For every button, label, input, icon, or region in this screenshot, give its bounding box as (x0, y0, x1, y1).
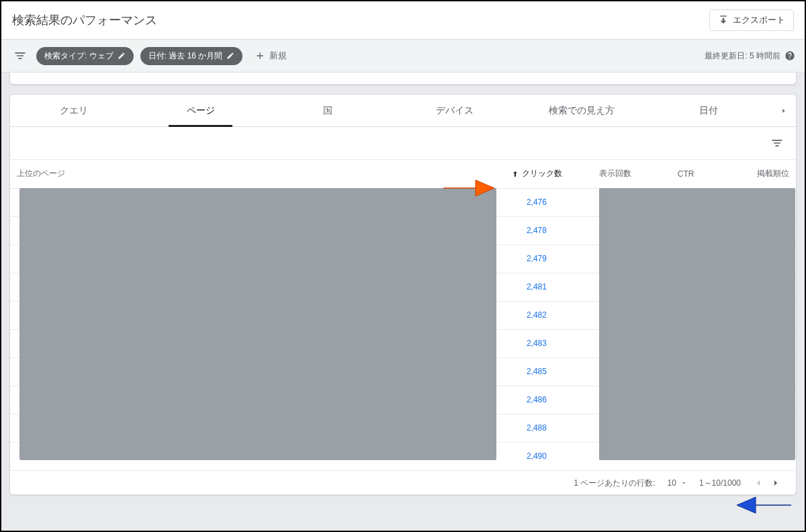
table-row[interactable]: 2,481 (10, 273, 796, 301)
tab-country[interactable]: 国 (264, 95, 391, 126)
table-row[interactable]: 2,485 (10, 357, 796, 386)
table-row[interactable]: 2,479 (10, 245, 796, 273)
pagination: 1 ページあたりの行数: 10 1～10/1000 (10, 471, 796, 494)
th-clicks-label: クリック数 (522, 168, 562, 179)
help-icon[interactable] (785, 50, 795, 61)
dimension-tabs: クエリ ページ 国 デバイス 検索での見え方 日付 (10, 95, 796, 127)
filter-icon[interactable] (11, 46, 30, 65)
tab-date[interactable]: 日付 (645, 95, 772, 126)
data-table: 上位のページ クリック数 表示回数 CTR 掲載順位 (10, 159, 796, 188)
page-title: 検索結果のパフォーマンス (12, 12, 157, 28)
clicks-value: 2,486 (527, 395, 547, 404)
chip-date-label: 日付: 過去 16 か月間 (148, 50, 223, 62)
tab-label: 国 (323, 105, 332, 117)
rows-per-page-label: 1 ページあたりの行数: (574, 478, 655, 489)
rows-per-page-value: 10 (668, 478, 676, 488)
th-impressions[interactable]: 表示回数 (576, 160, 654, 188)
table-row[interactable]: 2,478 (10, 216, 796, 245)
table-row[interactable]: 2,476 (10, 188, 796, 216)
th-page[interactable]: 上位のページ (10, 160, 497, 188)
data-table-body: 2,476 2,478 2,479 2,481 2,482 2,483 2,48… (10, 188, 796, 471)
pagination-range: 1～10/1000 (699, 478, 741, 489)
prev-page-button[interactable] (753, 478, 764, 488)
table-toolbar (10, 127, 796, 159)
dropdown-icon (680, 480, 687, 486)
clicks-value: 2,479 (527, 254, 547, 263)
pencil-icon (118, 52, 126, 60)
next-page-button[interactable] (770, 478, 781, 488)
table-row[interactable]: 2,486 (10, 386, 796, 414)
plus-icon (255, 50, 265, 61)
download-icon (718, 15, 729, 26)
table-wrapper: 上位のページ クリック数 表示回数 CTR 掲載順位 (10, 159, 796, 471)
clicks-value: 2,488 (527, 423, 547, 433)
tabs-next-button[interactable] (772, 95, 796, 126)
tab-label: ページ (187, 105, 215, 117)
clicks-value: 2,481 (527, 282, 547, 292)
chip-search-type-label: 検索タイプ: ウェブ (44, 50, 114, 62)
tab-label: 検索での見え方 (549, 105, 615, 117)
header: 検索結果のパフォーマンス エクスポート (1, 1, 805, 40)
tab-label: デバイス (436, 105, 474, 117)
th-position[interactable]: 掲載順位 (717, 160, 796, 188)
add-filter-button[interactable]: 新規 (249, 47, 292, 64)
table-header-row: 上位のページ クリック数 表示回数 CTR 掲載順位 (10, 160, 796, 188)
table-row[interactable]: 2,483 (10, 329, 796, 357)
table-row[interactable]: 2,490 (10, 442, 796, 470)
export-label: エクスポート (733, 14, 785, 26)
tab-search-appearance[interactable]: 検索での見え方 (518, 95, 645, 126)
last-updated-text: 最終更新日: 5 時間前 (705, 50, 780, 62)
clicks-value: 2,478 (527, 226, 547, 235)
table-row[interactable]: 2,482 (10, 301, 796, 329)
pencil-icon (226, 52, 234, 60)
clicks-value: 2,485 (527, 367, 547, 376)
chip-search-type[interactable]: 検索タイプ: ウェブ (36, 47, 134, 65)
tab-label: クエリ (60, 105, 88, 117)
tab-page[interactable]: ページ (137, 95, 264, 126)
filters-bar: 検索タイプ: ウェブ 日付: 過去 16 か月間 新規 最終更新日: 5 時間前 (1, 40, 805, 73)
th-clicks[interactable]: クリック数 (497, 160, 576, 188)
table-row[interactable]: 2,488 (10, 414, 796, 442)
clicks-value: 2,482 (527, 310, 547, 320)
last-updated: 最終更新日: 5 時間前 (705, 50, 795, 62)
clicks-value: 2,476 (527, 197, 547, 207)
chip-date-range[interactable]: 日付: 過去 16 か月間 (140, 47, 243, 65)
clicks-value: 2,483 (527, 339, 547, 348)
tab-device[interactable]: デバイス (391, 95, 518, 126)
sort-asc-icon (511, 170, 519, 178)
data-card: クエリ ページ 国 デバイス 検索での見え方 日付 (9, 94, 797, 495)
tab-query[interactable]: クエリ (10, 95, 137, 126)
rows-per-page-select[interactable]: 10 (668, 478, 687, 488)
add-filter-label: 新規 (269, 50, 287, 62)
content-area: クエリ ページ 国 デバイス 検索での見え方 日付 (1, 73, 805, 531)
chart-card-bottom (9, 73, 797, 85)
clicks-value: 2,490 (527, 451, 547, 461)
tab-label: 日付 (699, 105, 718, 117)
table-filter-icon[interactable] (768, 134, 787, 152)
export-button[interactable]: エクスポート (709, 9, 794, 31)
th-ctr[interactable]: CTR (654, 160, 717, 188)
